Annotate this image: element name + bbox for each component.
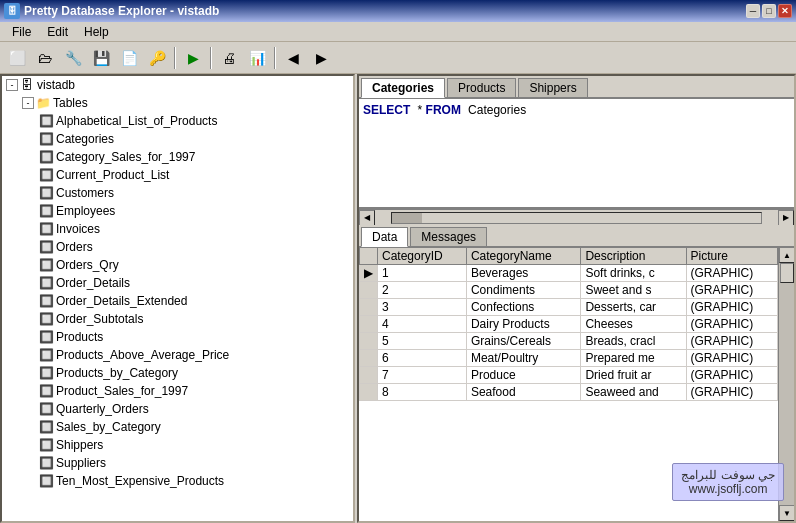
menu-help[interactable]: Help [76, 24, 117, 40]
table-row[interactable]: 5Grains/CerealsBreads, cracl(GRAPHIC) [360, 333, 778, 350]
list-item[interactable]: 🔲 Categories [2, 130, 353, 148]
folder-icon: 📁 [35, 95, 51, 111]
cell-categoryid: 7 [378, 367, 467, 384]
row-indicator [360, 350, 378, 367]
list-item[interactable]: 🔲 Products_by_Category [2, 364, 353, 382]
menu-bar: File Edit Help [0, 22, 796, 42]
tab-data[interactable]: Data [361, 227, 408, 247]
table-row[interactable]: 2CondimentsSweet and s(GRAPHIC) [360, 282, 778, 299]
tree-tables-folder[interactable]: - 📁 Tables [2, 94, 353, 112]
table-row[interactable]: 3ConfectionsDesserts, car(GRAPHIC) [360, 299, 778, 316]
cell-categoryid: 8 [378, 384, 467, 401]
list-item[interactable]: 🔲 Orders_Qry [2, 256, 353, 274]
toolbar-tool[interactable]: 🔧 [60, 45, 86, 71]
right-panel: Categories Products Shippers SELECT * FR… [357, 74, 796, 523]
scroll-track[interactable] [391, 212, 762, 224]
cell-description: Seaweed and [581, 384, 686, 401]
data-vscrollbar[interactable]: ▲ ▼ [778, 247, 794, 521]
table-icon: 🔲 [38, 167, 54, 183]
tree-item-label: Shippers [54, 438, 103, 452]
tab-messages[interactable]: Messages [410, 227, 487, 246]
tree-root[interactable]: - 🗄 vistadb [2, 76, 353, 94]
data-grid-wrapper[interactable]: CategoryID CategoryName Description Pict… [359, 247, 778, 521]
tree-item-label: Current_Product_List [54, 168, 169, 182]
list-item[interactable]: 🔲 Invoices [2, 220, 353, 238]
menu-file[interactable]: File [4, 24, 39, 40]
toolbar-print[interactable]: 🖨 [216, 45, 242, 71]
menu-edit[interactable]: Edit [39, 24, 76, 40]
toolbar-key[interactable]: 🔑 [144, 45, 170, 71]
tree-item-label: Products [54, 330, 103, 344]
cell-description: Desserts, car [581, 299, 686, 316]
toolbar-chart[interactable]: 📊 [244, 45, 270, 71]
tab-shippers[interactable]: Shippers [518, 78, 587, 97]
list-item[interactable]: 🔲 Sales_by_Category [2, 418, 353, 436]
tree-item-label: Orders_Qry [54, 258, 119, 272]
tree-tables-toggle[interactable]: - [22, 97, 34, 109]
table-icon: 🔲 [38, 329, 54, 345]
list-item[interactable]: 🔲 Orders [2, 238, 353, 256]
cell-picture: (GRAPHIC) [686, 265, 777, 282]
scroll-left-arrow[interactable]: ◀ [359, 210, 375, 226]
list-item[interactable]: 🔲 Suppliers [2, 454, 353, 472]
cell-categoryid: 6 [378, 350, 467, 367]
toolbar-doc[interactable]: 📄 [116, 45, 142, 71]
list-item[interactable]: 🔲 Employees [2, 202, 353, 220]
list-item[interactable]: 🔲 Order_Subtotals [2, 310, 353, 328]
maximize-button[interactable]: □ [762, 4, 776, 18]
toolbar-run[interactable]: ▶ [180, 45, 206, 71]
list-item[interactable]: 🔲 Order_Details_Extended [2, 292, 353, 310]
scroll-thumb[interactable] [392, 213, 422, 223]
title-bar-buttons: ─ □ ✕ [746, 4, 792, 18]
scroll-v-thumb[interactable] [780, 263, 794, 283]
list-item[interactable]: 🔲 Product_Sales_for_1997 [2, 382, 353, 400]
scroll-down-arrow[interactable]: ▼ [779, 505, 794, 521]
tree-item-label: Order_Details_Extended [54, 294, 187, 308]
tree-item-label: Ten_Most_Expensive_Products [54, 474, 224, 488]
sql-hscrollbar[interactable]: ◀ ▶ [359, 209, 794, 225]
scroll-v-track[interactable] [779, 263, 794, 505]
list-item[interactable]: 🔲 Order_Details [2, 274, 353, 292]
tab-categories[interactable]: Categories [361, 78, 445, 98]
list-item[interactable]: 🔲 Alphabetical_List_of_Products [2, 112, 353, 130]
table-row[interactable]: ▶1BeveragesSoft drinks, c(GRAPHIC) [360, 265, 778, 282]
tree-item-label: Order_Subtotals [54, 312, 143, 326]
tree-root-toggle[interactable]: - [6, 79, 18, 91]
list-item[interactable]: 🔲 Ten_Most_Expensive_Products [2, 472, 353, 490]
table-row[interactable]: 6Meat/PoultryPrepared me(GRAPHIC) [360, 350, 778, 367]
close-button[interactable]: ✕ [778, 4, 792, 18]
table-icon: 🔲 [38, 185, 54, 201]
table-row[interactable]: 8SeafoodSeaweed and(GRAPHIC) [360, 384, 778, 401]
sql-select: SELECT [363, 103, 410, 117]
toolbar-save[interactable]: 💾 [88, 45, 114, 71]
table-icon: 🔲 [38, 311, 54, 327]
cell-picture: (GRAPHIC) [686, 350, 777, 367]
data-grid: CategoryID CategoryName Description Pict… [359, 247, 778, 401]
minimize-button[interactable]: ─ [746, 4, 760, 18]
list-item[interactable]: 🔲 Shippers [2, 436, 353, 454]
tree-panel[interactable]: - 🗄 vistadb - 📁 Tables 🔲 Alphabetical_Li… [0, 74, 355, 523]
toolbar-back[interactable]: ◀ [280, 45, 306, 71]
list-item[interactable]: 🔲 Products_Above_Average_Price [2, 346, 353, 364]
toolbar-new[interactable]: ⬜ [4, 45, 30, 71]
table-row[interactable]: 7ProduceDried fruit ar(GRAPHIC) [360, 367, 778, 384]
list-item[interactable]: 🔲 Current_Product_List [2, 166, 353, 184]
table-icon: 🔲 [38, 455, 54, 471]
list-item[interactable]: 🔲 Customers [2, 184, 353, 202]
table-icon: 🔲 [38, 365, 54, 381]
list-item[interactable]: 🔲 Category_Sales_for_1997 [2, 148, 353, 166]
cell-description: Prepared me [581, 350, 686, 367]
sql-editor[interactable]: SELECT * FROM Categories [359, 99, 794, 209]
tab-products[interactable]: Products [447, 78, 516, 97]
table-icon: 🔲 [38, 257, 54, 273]
list-item[interactable]: 🔲 Products [2, 328, 353, 346]
scroll-right-arrow[interactable]: ▶ [778, 210, 794, 226]
table-row[interactable]: 4Dairy ProductsCheeses(GRAPHIC) [360, 316, 778, 333]
scroll-up-arrow[interactable]: ▲ [779, 247, 794, 263]
window-title: Pretty Database Explorer - vistadb [24, 4, 219, 18]
toolbar-forward[interactable]: ▶ [308, 45, 334, 71]
toolbar-open[interactable]: 🗁 [32, 45, 58, 71]
list-item[interactable]: 🔲 Quarterly_Orders [2, 400, 353, 418]
table-icon: 🔲 [38, 347, 54, 363]
row-indicator [360, 299, 378, 316]
